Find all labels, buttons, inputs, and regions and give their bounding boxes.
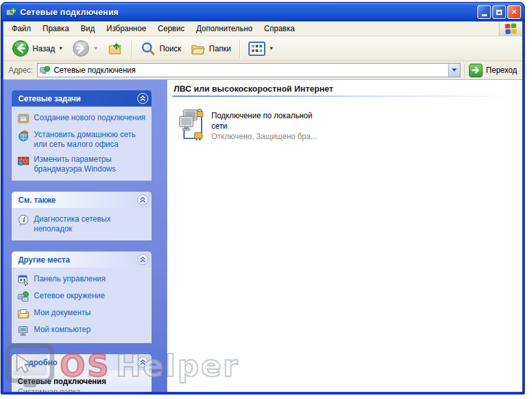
forward-dropdown-icon[interactable]: ▼	[93, 45, 98, 51]
network-connections-window: Сетевые подключения ✕ Файл Правка Вид Из…	[1, 2, 525, 394]
link-my-documents[interactable]: Мои документы	[18, 308, 146, 320]
panel-see-also: См. также i	[12, 192, 152, 240]
panel-other-places: Другие места	[12, 251, 152, 343]
task-label: Установить домашнюю сеть или сеть малого…	[34, 130, 146, 149]
views-icon	[248, 42, 265, 56]
panel-title: Подробно	[18, 358, 57, 367]
task-label: Мой компьютер	[34, 325, 90, 335]
back-icon	[12, 40, 29, 57]
search-button[interactable]: Поиск	[137, 39, 184, 58]
address-network-icon	[40, 66, 51, 75]
address-combo[interactable]: Сетевые подключения	[37, 63, 461, 77]
collapse-chevron-icon[interactable]	[137, 93, 148, 104]
close-icon: ✕	[511, 8, 517, 16]
task-network-diagnostics[interactable]: i Диагностика сетевых неполадок	[18, 214, 146, 234]
panel-header-see-also[interactable]: См. также	[12, 192, 152, 208]
windows-logo-panel	[499, 21, 522, 36]
window-network-icon	[6, 7, 17, 18]
panel-header-details[interactable]: Подробно	[12, 354, 152, 370]
lan-connection-icon	[179, 109, 205, 142]
menu-help[interactable]: Справка	[258, 22, 300, 35]
back-button[interactable]: Назад ▼	[8, 38, 66, 59]
details-subtitle: Системная папка	[18, 387, 146, 392]
menu-favorites[interactable]: Избранное	[101, 22, 152, 35]
task-firewall-settings[interactable]: Изменить параметры брандмауэра Windows	[18, 155, 146, 174]
maximize-button[interactable]	[492, 5, 506, 19]
my-documents-icon	[18, 308, 29, 320]
menu-edit[interactable]: Правка	[37, 22, 75, 35]
control-panel-icon	[18, 274, 29, 286]
collapse-chevron-icon[interactable]	[137, 357, 148, 368]
toolbar-separator	[131, 40, 132, 58]
maximize-icon	[496, 10, 502, 15]
up-button[interactable]	[104, 39, 126, 58]
panel-details: Подробно Сетевые подключения Системная п…	[12, 354, 152, 392]
details-title: Сетевые подключения	[18, 377, 146, 386]
go-label[interactable]: Переход	[486, 66, 517, 75]
panel-title: Сетевые задачи	[18, 94, 81, 103]
toolbar: Назад ▼ ▼	[3, 36, 522, 61]
task-pane: Сетевые задачи	[3, 80, 167, 392]
back-label: Назад	[33, 44, 55, 53]
firewall-icon	[18, 155, 29, 166]
connection-name: Подключение по локальной сети	[211, 111, 319, 131]
connection-status: Отключено, Защищено бра...	[211, 132, 319, 141]
task-setup-home-network[interactable]: Установить домашнюю сеть или сеть малого…	[18, 130, 146, 149]
info-icon: i	[18, 214, 29, 226]
folders-icon	[191, 41, 206, 57]
search-label: Поиск	[159, 44, 181, 53]
close-button[interactable]: ✕	[507, 5, 521, 19]
task-new-connection[interactable]: Создание нового подключения	[18, 113, 146, 125]
connections-list: ЛВС или высокоскоростной Интернет	[167, 80, 522, 392]
task-label: Диагностика сетевых неполадок	[34, 214, 146, 234]
folders-button[interactable]: Папки	[187, 39, 235, 58]
home-network-icon	[18, 130, 29, 142]
go-button[interactable]	[469, 64, 483, 77]
minimize-button[interactable]	[477, 5, 491, 19]
address-dropdown-button[interactable]	[448, 64, 460, 77]
task-label: Изменить параметры брандмауэра Windows	[34, 155, 146, 174]
lan-connection-item[interactable]: Подключение по локальной сети Отключено,…	[179, 109, 354, 142]
search-icon	[140, 41, 156, 57]
toolbar-separator	[239, 40, 240, 58]
menu-bar: Файл Правка Вид Избранное Сервис Дополни…	[3, 21, 522, 36]
address-label: Адрес:	[8, 66, 33, 75]
go-arrow-icon	[472, 66, 480, 74]
task-label: Сетевое окружение	[34, 291, 105, 301]
folders-label: Папки	[209, 44, 232, 53]
collapse-chevron-icon[interactable]	[137, 254, 148, 265]
address-value[interactable]: Сетевые подключения	[54, 66, 446, 75]
address-bar: Адрес: Сетевые подключения	[3, 61, 522, 80]
panel-title: См. также	[18, 196, 56, 205]
up-icon	[107, 41, 123, 57]
forward-icon	[72, 40, 90, 57]
link-my-computer[interactable]: Мой компьютер	[18, 325, 146, 337]
link-control-panel[interactable]: Панель управления	[18, 274, 146, 286]
network-places-icon	[18, 291, 29, 303]
menu-advanced[interactable]: Дополнительно	[191, 22, 258, 35]
panel-network-tasks: Сетевые задачи	[12, 90, 152, 181]
windows-flag-icon	[504, 22, 518, 36]
my-computer-icon	[18, 325, 29, 337]
menu-file[interactable]: Файл	[6, 22, 37, 35]
title-bar[interactable]: Сетевые подключения ✕	[1, 3, 524, 21]
views-button[interactable]: ▼	[245, 40, 277, 58]
window-title: Сетевые подключения	[20, 7, 474, 17]
task-label: Мои документы	[34, 308, 90, 318]
panel-title: Другие места	[18, 255, 70, 264]
back-dropdown-icon[interactable]: ▼	[58, 45, 63, 51]
screen: Сетевые подключения ✕ Файл Правка Вид Из…	[0, 0, 532, 399]
link-network-places[interactable]: Сетевое окружение	[18, 291, 146, 303]
group-title: ЛВС или высокоскоростной Интернет	[172, 84, 514, 94]
menu-tools[interactable]: Сервис	[152, 22, 191, 35]
forward-button[interactable]: ▼	[69, 38, 101, 59]
menu-view[interactable]: Вид	[75, 22, 101, 35]
chevron-down-icon	[451, 68, 457, 72]
task-label: Создание нового подключения	[34, 113, 146, 123]
task-label: Панель управления	[34, 274, 105, 284]
new-connection-icon	[18, 113, 29, 125]
panel-header-other-places[interactable]: Другие места	[12, 251, 152, 268]
collapse-chevron-icon[interactable]	[137, 194, 148, 205]
panel-header-network-tasks[interactable]: Сетевые задачи	[12, 90, 152, 107]
views-dropdown-icon[interactable]: ▼	[269, 45, 274, 51]
